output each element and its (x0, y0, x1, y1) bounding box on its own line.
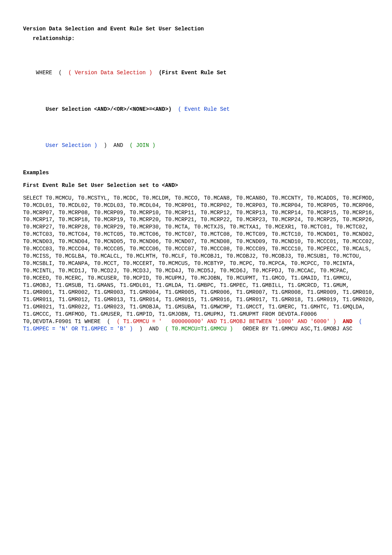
where-line2: User Selection <AND>/<OR>/<NONE>=<AND>) … (23, 98, 377, 120)
ers-span1: ( Event Rule Set (171, 106, 229, 112)
query-order-by-black: ORDER BY T1.GMMCU ASC,T1.GMOBJ ASC (236, 326, 352, 332)
example1-heading-block: First Event Rule Set User Selection set … (23, 182, 377, 189)
join-span: ( JOIN ) (126, 142, 156, 148)
version-data-selection-span: ( Version Data Selection ) (65, 70, 155, 76)
ers-span2: User Selection ) (46, 142, 101, 148)
query-join-green: ( T0.MCMCU=T1.GMMCU ) (162, 326, 236, 332)
where-line3: User Selection ) ) AND ( JOIN ) (23, 135, 377, 157)
sql-query-block: SELECT T0.MCMCU, T0.MCSTYL, T0.MCDC, T0.… (23, 195, 377, 333)
first-ers-line1: (First Event Rule Set (155, 70, 226, 76)
query-black-block: SELECT T0.MCMCU, T0.MCSTYL, T0.MCDC, T0.… (23, 195, 378, 325)
after-ers: ) AND (101, 142, 126, 148)
heading-block: Version Data Selection and Event Rule Se… (23, 25, 377, 42)
examples-heading-block: Examples (23, 169, 377, 177)
query-and-bold: AND (339, 318, 355, 325)
examples-heading: Examples (23, 169, 377, 177)
example1-heading: First Event Rule Set User Selection set … (23, 182, 377, 189)
heading1-line2: relationship: (23, 35, 377, 42)
query-vds-red: ( T1.GMMCU = ' 000000000' AND T1.GMOBJ B… (113, 318, 339, 325)
where-line1: WHERE ( ( Version Data Selection ) (Firs… (23, 62, 377, 84)
first-ers-line2: User Selection <AND>/<OR>/<NONE>=<AND>) (46, 106, 172, 112)
where-pattern-block: WHERE ( ( Version Data Selection ) (Firs… (23, 48, 377, 164)
query-after-ers-black: ) AND (136, 326, 162, 332)
heading1-line1: Version Data Selection and Event Rule Se… (23, 25, 377, 33)
where-prefix: WHERE ( (36, 70, 65, 76)
